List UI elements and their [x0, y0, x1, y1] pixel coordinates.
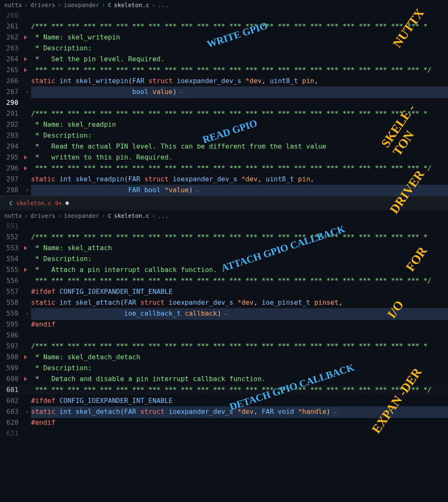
chevron-right-icon: ›: [58, 212, 61, 219]
fold-chevron-icon[interactable]: ›: [26, 89, 29, 95]
line-number: 621: [0, 428, 24, 439]
line-number: 295: [0, 152, 24, 163]
chevron-right-icon: ›: [58, 2, 61, 8]
line-number: 265: [0, 65, 24, 76]
c-file-icon: C: [108, 212, 111, 219]
crumb-filename[interactable]: skeleton.c: [114, 2, 149, 8]
line-number: 599: [0, 363, 24, 374]
crumb-nuttx[interactable]: nuttx: [4, 212, 22, 219]
collapsed-ellipsis-icon[interactable]: ⋯: [194, 188, 201, 194]
comment: *** *** *** *** *** *** *** *** *** *** …: [31, 386, 432, 394]
crumb-drivers[interactable]: drivers: [31, 212, 55, 219]
crumb-drivers[interactable]: drivers: [31, 2, 55, 8]
line-number: 552: [0, 232, 24, 243]
comment: * Detach and disable a pin interrupt cal…: [31, 375, 266, 383]
crumb-more[interactable]: ...: [158, 2, 168, 8]
comment: *** *** *** *** *** *** *** *** *** *** …: [31, 66, 432, 74]
line-number: 291: [0, 108, 24, 119]
line-number: 297: [0, 174, 24, 185]
crumb-nuttx[interactable]: nuttx: [4, 2, 22, 8]
comment: /*** *** *** *** *** *** *** *** *** ***…: [31, 342, 427, 350]
collapsed-ellipsis-icon[interactable]: ⋯: [178, 89, 185, 96]
comment: * Name: skel_writepin: [31, 33, 120, 41]
breadcrumb[interactable]: nuttx › drivers › ioexpander › C skeleto…: [0, 0, 448, 10]
comment: * written to this pin. Required.: [31, 153, 173, 161]
chevron-right-icon: ›: [152, 2, 155, 8]
code-line[interactable]: #ifdef CONFIG_IOEXPANDER_INT_ENABLE: [31, 286, 448, 297]
fold-chevron-icon[interactable]: ›: [26, 409, 29, 415]
crumb-ioexpander[interactable]: ioexpander: [64, 2, 99, 8]
comment: /*** *** *** *** *** *** *** *** *** ***…: [31, 233, 427, 241]
line-number: 602: [0, 395, 24, 406]
comment: /*** *** *** *** *** *** *** *** *** ***…: [31, 22, 427, 30]
comment: * Description:: [31, 131, 92, 139]
line-number: 262: [0, 32, 24, 43]
line-number: 555: [0, 264, 24, 275]
line-number: 600: [0, 374, 24, 384]
line-number: 558: [0, 297, 24, 308]
c-file-icon: C: [9, 200, 13, 207]
line-number: 598: [0, 352, 24, 363]
fold-chevron-icon[interactable]: ›: [26, 187, 29, 193]
fold-chevron-icon[interactable]: ›: [26, 311, 29, 316]
comment: * Set the pin level. Required.: [31, 55, 165, 63]
comment: * Description:: [31, 255, 92, 263]
comment: * Description:: [31, 364, 92, 372]
code-area-top[interactable]: 260 261/*** *** *** *** *** *** *** *** …: [0, 10, 448, 196]
code-line[interactable]: #ifdef CONFIG_IOEXPANDER_INT_ENABLE: [31, 395, 448, 406]
line-number: 266: [0, 76, 24, 86]
collapsed-ellipsis-icon[interactable]: ⋯: [332, 409, 338, 416]
line-number: 557: [0, 286, 24, 297]
comment: * Name: skel_detach_detach: [31, 353, 140, 361]
code-area-bottom[interactable]: 551 552/*** *** *** *** *** *** *** *** …: [0, 221, 448, 439]
line-number: 597: [0, 341, 24, 352]
line-number: 260: [0, 10, 24, 21]
comment: /*** *** *** *** *** *** *** *** *** ***…: [31, 110, 427, 118]
line-number: 551: [0, 221, 24, 232]
line-number: 603: [0, 406, 24, 417]
chevron-right-icon: ›: [152, 212, 155, 219]
line-number: 263: [0, 43, 24, 54]
line-number: 601: [0, 384, 24, 395]
crumb-more[interactable]: ...: [158, 212, 168, 219]
crumb-filename[interactable]: skeleton.c: [114, 212, 149, 219]
chevron-right-icon: ›: [102, 2, 105, 8]
comment: *** *** *** *** *** *** *** *** *** *** …: [31, 277, 432, 285]
line-number: 596: [0, 330, 24, 341]
tab-diagnostic-count: 9+: [55, 200, 62, 207]
tab-filename: skeleton.c: [16, 200, 51, 207]
tab-bar: C skeleton.c 9+: [0, 196, 448, 211]
comment: * Read the actual PIN level. This can be…: [31, 142, 326, 150]
line-number: 595: [0, 319, 24, 330]
comment: * Name: skel_attach: [31, 244, 112, 252]
breadcrumb[interactable]: nuttx › drivers › ioexpander › C skeleto…: [0, 211, 448, 221]
line-number: 267: [0, 86, 24, 97]
code-line[interactable]: FAR bool *value)⋯: [31, 185, 448, 196]
line-number: 554: [0, 254, 24, 264]
code-line[interactable]: static int skel_readpin(FAR struct ioexp…: [31, 174, 448, 185]
code-line[interactable]: static int skel_detach(FAR struct ioexpa…: [31, 406, 448, 418]
line-number: 293: [0, 130, 24, 141]
chevron-right-icon: ›: [102, 212, 105, 219]
code-line[interactable]: static int skel_attach(FAR struct ioexpa…: [31, 297, 448, 308]
code-line[interactable]: #endif: [31, 417, 448, 428]
crumb-ioexpander[interactable]: ioexpander: [64, 212, 99, 219]
line-number: 559: [0, 308, 24, 319]
comment: * Name: skel_readpin: [31, 120, 116, 128]
code-line[interactable]: static int skel_writepin(FAR struct ioex…: [31, 76, 448, 86]
line-number: 290: [0, 97, 24, 108]
line-number: 294: [0, 141, 24, 152]
line-number: 264: [0, 54, 24, 65]
collapsed-ellipsis-icon[interactable]: ⋯: [223, 311, 229, 317]
c-file-icon: C: [108, 2, 111, 8]
comment: * Description:: [31, 44, 92, 52]
line-number: 296: [0, 163, 24, 174]
code-line[interactable]: bool value)⋯: [31, 86, 448, 98]
code-line[interactable]: ioe_callback_t callback)⋯: [31, 308, 448, 320]
comment: *** *** *** *** *** *** *** *** *** *** …: [31, 164, 432, 172]
comment: * Attach a pin interrupt callback functi…: [31, 266, 217, 274]
tab-skeleton[interactable]: C skeleton.c 9+: [4, 198, 74, 208]
line-number: 298: [0, 185, 24, 196]
code-line[interactable]: #endif: [31, 319, 448, 330]
dirty-indicator-icon: [65, 201, 69, 205]
